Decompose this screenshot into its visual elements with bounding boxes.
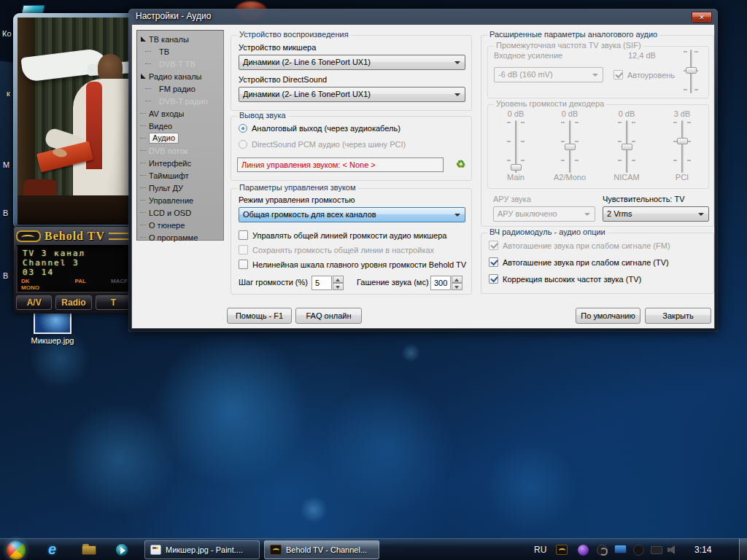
mute-time-stepper[interactable]: 300 [430, 276, 462, 290]
defaults-button[interactable]: По умолчанию [576, 308, 640, 324]
stepper-up-icon[interactable] [333, 276, 344, 283]
sidebar-item-timeshift[interactable]: Таймшифт [137, 169, 223, 182]
mixer-jpg-label: Микшер.jpg [18, 336, 88, 345]
sidebar-item-dvbt-tv[interactable]: DVB-T ТВ [137, 58, 223, 70]
explorer-folder-icon[interactable] [82, 545, 96, 555]
slider-thumb [622, 144, 632, 150]
checkbox-checked-icon[interactable] [489, 274, 498, 284]
checkbox-checked-icon[interactable] [489, 257, 498, 267]
checkbox-unchecked-icon[interactable] [239, 230, 248, 240]
mute-time-value[interactable]: 300 [430, 276, 451, 290]
sidebar-item-tv[interactable]: ТВ [137, 45, 223, 58]
slider-ticks [673, 122, 677, 171]
vertical-slider [506, 120, 526, 173]
volume-step-value[interactable]: 5 [311, 276, 332, 290]
mixer-device-select[interactable]: Динамики (2- Line 6 TonePort UX1) [239, 55, 465, 70]
volume-step-label: Шаг громкости (%) [239, 278, 308, 287]
sif-group-title: Промежуточная частота TV звука (SIF) [494, 41, 643, 50]
sensitivity-select[interactable]: 2 Vrms [603, 206, 709, 222]
tv-automute-checkbox[interactable]: Автогашение звука при слабом сигнале (TV… [489, 257, 669, 267]
desktop-icon-label-fragment[interactable]: М [3, 160, 9, 169]
desktop-icon-mixer-jpg[interactable]: Микшер.jpg [18, 309, 88, 345]
tray-network-monitor-icon[interactable] [614, 545, 627, 553]
sidebar-item-about-tuner[interactable]: О тюнере [137, 219, 223, 231]
taskbar-clock[interactable]: 3:14 [694, 545, 711, 555]
analog-output-radio[interactable]: Аналоговый выход (через аудиокабель) [239, 124, 400, 133]
volume-step-stepper[interactable]: 5 [311, 276, 344, 290]
sif-level-slider [682, 50, 700, 93]
close-icon[interactable]: ✕ [692, 12, 712, 23]
sidebar-item-video[interactable]: Видео [137, 120, 223, 132]
internet-explorer-icon[interactable]: e [48, 541, 56, 558]
media-player-icon[interactable] [115, 543, 128, 556]
tray-display-icon[interactable] [651, 546, 662, 554]
sidebar-item-dvbt-radio[interactable]: DVB-T радио [137, 95, 223, 107]
desktop-icon-label-fragment[interactable]: В [3, 271, 8, 280]
input-gain-label: Входное усиление [494, 51, 562, 60]
sidebar-item-lcd-osd[interactable]: LCD и OSD [137, 206, 223, 219]
vertical-slider [560, 120, 580, 173]
nonlinear-scale-checkbox[interactable]: Нелинейная шкала главного уровня громкос… [239, 260, 466, 269]
sidebar-item-fm-radio[interactable]: FM радио [137, 82, 223, 95]
checkbox-unchecked-icon[interactable] [239, 260, 248, 269]
behold-tv-button[interactable]: T [96, 295, 131, 310]
tree-expander-icon[interactable] [141, 74, 146, 79]
help-button[interactable]: Помощь - F1 [227, 308, 292, 324]
stepper-down-icon[interactable] [333, 283, 344, 290]
radio-disabled-icon [239, 140, 247, 149]
hf-correction-checkbox[interactable]: Коррекция высоких частот звука (TV) [489, 274, 641, 284]
sidebar-item-av-inputs[interactable]: AV входы [137, 107, 223, 120]
radio-selected-icon[interactable] [239, 124, 247, 133]
sif-level-value: 12,4 dB [628, 51, 656, 60]
taskbar-button-paint[interactable]: Микшер.jpg - Paint.... [144, 540, 260, 559]
stepper-down-icon[interactable] [452, 283, 462, 290]
behold-radio-button[interactable]: Radio [55, 295, 91, 310]
sidebar-item-audio-selected[interactable]: Аудио [137, 132, 223, 144]
desktop-icon-label-fragment[interactable]: В [3, 209, 8, 217]
behold-tv-widget[interactable]: Behold TV TV 3 канал Channel 3 03 14 DK … [13, 226, 134, 314]
volume-mode-select[interactable]: Общая громкость для всех каналов [239, 207, 465, 222]
desktop-icon-label-fragment[interactable]: к [7, 89, 10, 98]
tree-line [140, 212, 146, 213]
refresh-icon[interactable]: ♻ [456, 158, 465, 170]
slider-name: A2/Mono [546, 173, 593, 182]
tree-line [145, 51, 151, 52]
save-volume-checkbox[interactable]: Сохранять громкость общей линии в настро… [239, 245, 434, 254]
tray-swirl-app-icon[interactable] [597, 545, 608, 556]
slider-value: 3 dB [659, 109, 705, 118]
sidebar-item-tv-channels[interactable]: ТВ каналы [137, 33, 223, 45]
sidebar-item-about-program[interactable]: О программе [137, 231, 223, 244]
input-gain-select: -6 dB (160 mV) [494, 67, 603, 82]
stepper-up-icon[interactable] [452, 276, 462, 283]
volume-control-group-title: Параметры управления звуком [237, 183, 358, 192]
mixer-line-checkbox[interactable]: Управлять общей линией громкости аудио м… [239, 230, 446, 240]
faq-online-button[interactable]: FAQ онлайн [295, 308, 362, 324]
slider-thumb [565, 144, 576, 150]
tray-behold-icon[interactable] [556, 545, 568, 555]
tray-clock-icon[interactable] [633, 545, 644, 556]
speaker-icon[interactable] [668, 545, 675, 554]
sidebar-item-control[interactable]: Управление [137, 194, 223, 206]
taskbar-button-behold-tv[interactable]: Behold TV - Channel... [264, 540, 379, 559]
sidebar-item-remote[interactable]: Пульт ДУ [137, 182, 223, 194]
start-button[interactable] [6, 540, 26, 560]
show-desktop-button[interactable] [739, 539, 747, 560]
directsound-pcm-radio[interactable]: DirectSound PCM аудио (через шину PCI) [239, 140, 406, 149]
behold-av-button[interactable]: A/V [16, 295, 52, 310]
close-button[interactable]: Закрыть [645, 308, 711, 324]
tv-video-window[interactable] [13, 13, 134, 229]
directsound-device-select[interactable]: Динамики (2- Line 6 TonePort UX1) [239, 87, 465, 102]
desktop-icon-label-fragment[interactable]: Ко [2, 29, 12, 38]
language-indicator[interactable]: RU [534, 545, 546, 555]
sidebar-item-interface[interactable]: Интерфейс [137, 157, 223, 169]
checkbox-checked-disabled-icon [489, 241, 498, 250]
video-table [18, 195, 130, 225]
tree-expander-icon[interactable] [141, 36, 146, 42]
vertical-slider [616, 120, 637, 173]
lcd-time: 03 14 [23, 268, 126, 277]
tray-purple-app-icon[interactable] [578, 545, 589, 556]
tree-line [145, 88, 151, 89]
lcd-audio-standard: DK MONO [21, 278, 39, 291]
sidebar-item-radio-channels[interactable]: Радио каналы [137, 70, 223, 82]
sidebar-item-dvb-stream[interactable]: DVB поток [137, 144, 223, 157]
